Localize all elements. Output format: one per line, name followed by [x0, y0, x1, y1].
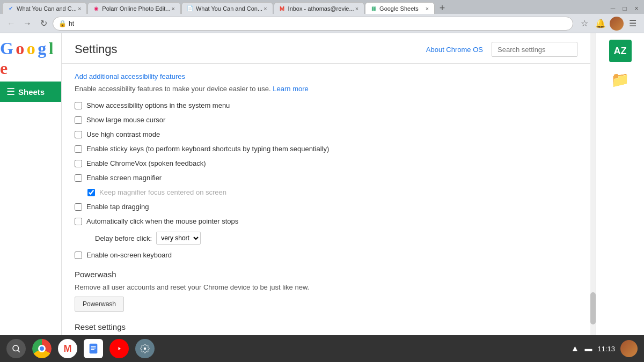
- tab-close-3[interactable]: ×: [262, 5, 268, 12]
- taskbar-youtube-button[interactable]: [109, 339, 129, 358]
- on-screen-keyboard-checkbox[interactable]: [75, 252, 82, 259]
- tab-1[interactable]: ✔ What You Can and C... ×: [2, 2, 87, 14]
- toolbar-right: ☆ 🔔 ☰: [577, 17, 640, 31]
- chromevox-checkbox[interactable]: [75, 160, 82, 167]
- taskbar-right: ▲ ▬ 11:13: [571, 340, 638, 357]
- checkbox-row-3: Use high contrast mode: [75, 130, 577, 138]
- svg-rect-3: [91, 346, 96, 346]
- sheets-header: ☰ Sheets: [0, 82, 61, 102]
- taskbar-settings-button[interactable]: [135, 339, 155, 358]
- tab-close-5[interactable]: ×: [425, 5, 430, 12]
- delay-select[interactable]: very short short medium long very long: [156, 232, 201, 245]
- docs-icon: [87, 343, 99, 354]
- svg-rect-4: [91, 348, 96, 348]
- lock-icon: 🔒: [58, 20, 67, 27]
- toolbar: ← → ↻ 🔒 ht ☆ 🔔 ☰: [0, 14, 644, 33]
- back-button[interactable]: ←: [4, 17, 18, 31]
- tab-3[interactable]: 📄 What You Can and Con... ×: [181, 2, 273, 14]
- settings-content: Add additional accessibility features En…: [62, 64, 590, 333]
- taskbar: M ▲ ▬ 11:13: [0, 335, 644, 362]
- tab-favicon-5: ▦: [370, 5, 377, 12]
- google-logo: G o o g l e: [0, 33, 61, 82]
- menu-icon[interactable]: ☰: [626, 17, 640, 31]
- taskbar-user-avatar[interactable]: [620, 340, 638, 357]
- chromevox-label: Enable ChromeVox (spoken feedback): [86, 159, 206, 167]
- tab-title-5: Google Sheets: [379, 5, 419, 12]
- browser-frame: ✔ What You Can and C... × ◉ Polarr Onlin…: [0, 0, 644, 362]
- svg-point-0: [13, 345, 19, 351]
- on-screen-keyboard-label: Enable on-screen keyboard: [86, 251, 172, 259]
- tab-title-4: Inbox - athomas@revie...: [288, 5, 354, 12]
- svg-rect-2: [90, 344, 98, 353]
- google-o2-letter: o: [27, 39, 35, 58]
- search-settings-input[interactable]: [492, 42, 577, 57]
- tab-close-2[interactable]: ×: [171, 5, 176, 12]
- tab-title-1: What You Can and C...: [17, 5, 77, 12]
- az-button[interactable]: AZ: [609, 40, 632, 62]
- extension-area: 🔔: [594, 17, 608, 31]
- taskbar-gmail-button[interactable]: M: [58, 339, 77, 358]
- checkbox-row-10: Enable on-screen keyboard: [75, 251, 577, 259]
- close-button[interactable]: ×: [631, 3, 642, 14]
- reload-button[interactable]: ↻: [36, 17, 50, 31]
- add-features-link[interactable]: Add additional accessibility features: [75, 72, 577, 80]
- minimize-button[interactable]: ─: [608, 3, 618, 14]
- bookmark-icon[interactable]: ☆: [577, 17, 591, 31]
- svg-line-1: [18, 350, 19, 352]
- tab-2[interactable]: ◉ Polarr Online Photo Edit... ×: [87, 2, 181, 14]
- window-controls: ─ □ ×: [608, 3, 644, 14]
- hamburger-icon[interactable]: ☰: [6, 86, 15, 98]
- right-sidebar: AZ 📁: [596, 33, 644, 335]
- notification-icon[interactable]: 🔔: [594, 17, 608, 31]
- sticky-keys-checkbox[interactable]: [75, 145, 82, 153]
- checkbox-row-8: Enable tap dragging: [75, 203, 577, 211]
- svg-rect-5: [91, 349, 94, 350]
- auto-click-label: Automatically click when the mouse point…: [86, 217, 238, 225]
- tab-close-4[interactable]: ×: [354, 5, 360, 12]
- large-cursor-label: Show large mouse cursor: [86, 116, 165, 124]
- show-accessibility-checkbox[interactable]: [75, 102, 82, 109]
- battery-icon: ▬: [584, 344, 592, 353]
- screen-magnifier-checkbox[interactable]: [75, 174, 82, 182]
- folder-button[interactable]: 📁: [611, 71, 630, 88]
- checkbox-row-7: Keep magnifier focus centered on screen: [87, 188, 577, 196]
- taskbar-chrome-button[interactable]: [32, 339, 52, 358]
- checkbox-row-9: Automatically click when the mouse point…: [75, 217, 577, 225]
- address-bar[interactable]: 🔒 ht: [53, 17, 573, 31]
- reset-settings-title: Reset settings: [75, 322, 577, 331]
- content-area: G o o g l e ☰ Sheets AZ 📁: [0, 33, 644, 335]
- large-cursor-checkbox[interactable]: [75, 116, 82, 124]
- learn-more-link[interactable]: Learn more: [273, 85, 308, 93]
- taskbar-docs-button[interactable]: [84, 339, 103, 358]
- checkbox-row-2: Show large mouse cursor: [75, 116, 577, 124]
- powerwash-button[interactable]: Powerwash: [75, 297, 124, 312]
- tab-4[interactable]: M Inbox - athomas@revie... ×: [274, 2, 365, 14]
- scrollbar[interactable]: [590, 33, 596, 335]
- tab-5[interactable]: ▦ Google Sheets ×: [365, 2, 435, 14]
- tab-close-1[interactable]: ×: [77, 5, 82, 12]
- profile-avatar[interactable]: [610, 17, 624, 31]
- taskbar-search-button[interactable]: [6, 339, 26, 358]
- sheets-label: Sheets: [18, 87, 45, 97]
- tab-favicon-3: 📄: [186, 5, 194, 12]
- forward-button[interactable]: →: [20, 17, 34, 31]
- auto-click-checkbox[interactable]: [75, 218, 82, 225]
- checkbox-row-6: Enable screen magnifier: [75, 174, 577, 182]
- tab-bar: ✔ What You Can and C... × ◉ Polarr Onlin…: [0, 0, 644, 14]
- taskbar-time: 11:13: [597, 345, 615, 353]
- scrollbar-thumb[interactable]: [590, 292, 596, 324]
- tap-dragging-label: Enable tap dragging: [86, 203, 149, 211]
- checkbox-row-4: Enable sticky keys (to perform keyboard …: [75, 145, 577, 153]
- magnifier-center-checkbox[interactable]: [87, 189, 95, 196]
- maximize-button[interactable]: □: [619, 3, 630, 14]
- delay-label: Delay before click:: [95, 234, 152, 242]
- magnifier-center-label: Keep magnifier focus centered on screen: [99, 188, 226, 196]
- page-title: Settings: [75, 42, 426, 56]
- high-contrast-checkbox[interactable]: [75, 131, 82, 138]
- tap-dragging-checkbox[interactable]: [75, 203, 82, 211]
- checkbox-row-5: Enable ChromeVox (spoken feedback): [75, 159, 577, 167]
- new-tab-button[interactable]: +: [435, 2, 449, 14]
- sticky-keys-label: Enable sticky keys (to perform keyboard …: [86, 145, 329, 153]
- about-chrome-link[interactable]: About Chrome OS: [426, 46, 483, 54]
- google-e-letter: e: [0, 58, 8, 78]
